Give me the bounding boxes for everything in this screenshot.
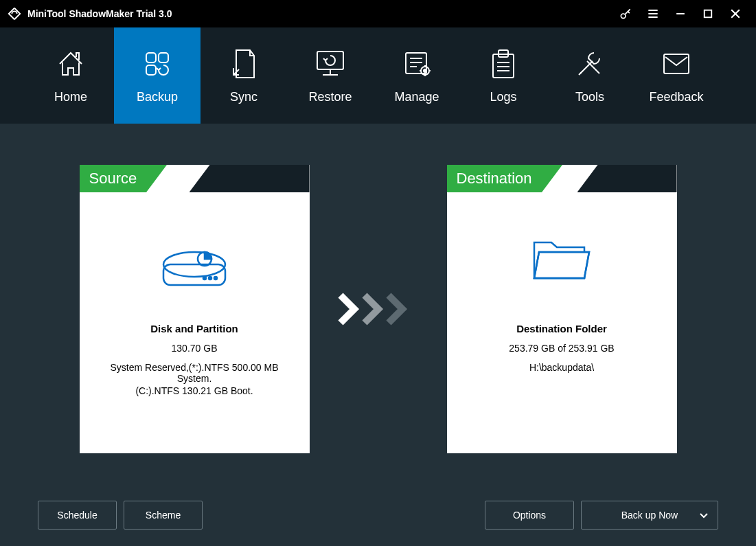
restore-icon	[313, 47, 347, 80]
source-title: Disk and Partition	[150, 323, 238, 334]
svg-point-35	[214, 277, 217, 280]
svg-rect-9	[159, 53, 168, 62]
tab-label: Backup	[137, 90, 178, 104]
options-button[interactable]: Options	[485, 501, 574, 530]
tab-tools[interactable]: Tools	[547, 27, 633, 124]
svg-point-0	[621, 14, 626, 19]
tab-label: Tools	[575, 90, 604, 104]
titlebar: MiniTool ShadowMaker Trial 3.0	[0, 0, 756, 27]
tab-label: Home	[54, 90, 87, 104]
content-area: Source Disk and Partition 130.70 GB Syst…	[0, 124, 756, 546]
app-logo-icon	[7, 6, 22, 21]
source-card[interactable]: Source Disk and Partition 130.70 GB Syst…	[80, 165, 310, 453]
bottom-bar: Schedule Scheme Options Back up Now	[38, 501, 718, 530]
source-header: Source	[80, 165, 147, 192]
manage-icon	[400, 47, 433, 80]
source-detail1: System Reserved,(*:).NTFS 500.00 MB Syst…	[80, 362, 310, 384]
backup-icon	[141, 47, 174, 80]
backup-now-label: Back up Now	[621, 510, 678, 521]
tab-restore[interactable]: Restore	[287, 27, 374, 124]
tab-label: Feedback	[649, 90, 703, 104]
tab-logs[interactable]: Logs	[460, 27, 547, 124]
options-label: Options	[513, 510, 546, 521]
destination-card[interactable]: Destination Destination Folder 253.79 GB…	[447, 165, 677, 453]
folder-icon	[524, 227, 599, 295]
chevron-down-icon	[700, 510, 708, 521]
source-detail2: (C:).NTFS 130.21 GB Boot.	[122, 385, 266, 396]
tab-label: Manage	[394, 90, 439, 104]
key-icon[interactable]	[612, 0, 639, 27]
main-toolbar: Home Backup Sync Restore	[0, 27, 756, 124]
close-button[interactable]	[722, 0, 749, 27]
tab-label: Sync	[230, 90, 257, 104]
tab-feedback[interactable]: Feedback	[633, 27, 720, 124]
feedback-icon	[660, 47, 693, 80]
svg-rect-8	[146, 53, 156, 62]
schedule-label: Schedule	[57, 510, 97, 521]
svg-rect-30	[163, 264, 225, 285]
svg-rect-29	[664, 54, 689, 73]
schedule-button[interactable]: Schedule	[38, 501, 117, 530]
tab-home[interactable]: Home	[27, 27, 114, 124]
tab-manage[interactable]: Manage	[374, 27, 460, 124]
tab-sync[interactable]: Sync	[201, 27, 287, 124]
tab-label: Logs	[490, 90, 516, 104]
svg-point-34	[209, 277, 211, 280]
menu-icon[interactable]	[639, 0, 667, 27]
scheme-button[interactable]: Scheme	[124, 501, 203, 530]
backup-now-button[interactable]: Back up Now	[581, 501, 718, 530]
disk-icon	[157, 227, 232, 295]
destination-size: 253.79 GB of 253.91 GB	[495, 343, 628, 354]
home-icon	[54, 47, 87, 80]
tab-label: Restore	[308, 90, 352, 104]
minimize-button[interactable]	[667, 0, 694, 27]
app-title: MiniTool ShadowMaker Trial 3.0	[27, 8, 172, 19]
maximize-button[interactable]	[694, 0, 722, 27]
destination-path: H:\backupdata\	[516, 362, 608, 373]
sync-icon	[229, 47, 258, 80]
destination-title: Destination Folder	[516, 323, 607, 334]
tools-icon	[573, 47, 606, 80]
svg-rect-11	[317, 52, 343, 69]
arrows-icon	[337, 292, 420, 326]
svg-point-33	[203, 277, 206, 280]
tab-backup[interactable]: Backup	[114, 27, 201, 124]
svg-rect-10	[146, 65, 156, 75]
source-size: 130.70 GB	[158, 343, 231, 354]
logs-icon	[489, 47, 518, 80]
svg-rect-5	[705, 10, 712, 18]
svg-point-19	[424, 69, 426, 72]
scheme-label: Scheme	[146, 510, 181, 521]
destination-header: Destination	[447, 165, 542, 192]
